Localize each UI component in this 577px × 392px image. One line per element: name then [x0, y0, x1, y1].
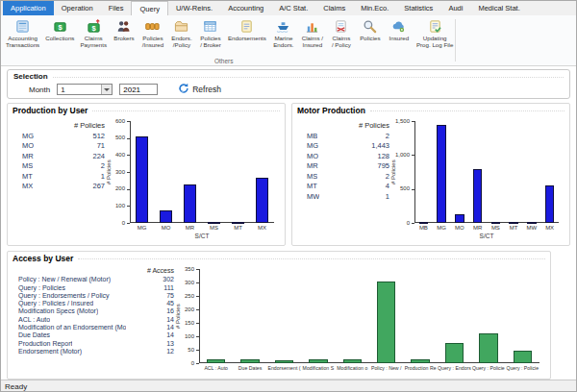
ribbon-item-label: Claims / Policy	[332, 35, 351, 49]
bar	[208, 222, 220, 224]
tab-medical-stat[interactable]: Medical Stat.	[470, 1, 527, 15]
ribbon-item-label: Accounting Transactions	[6, 35, 39, 49]
ribbon-item-marine-endors[interactable]: Marine Endors.	[269, 17, 298, 49]
access-chart: 050100150200250300350ACL : AutoDue Dates…	[174, 263, 545, 376]
ribbon-item-brokers[interactable]: Brokers	[110, 17, 138, 41]
tab-u-w-reins[interactable]: U/W-Reins.	[168, 1, 220, 15]
x-axis-tick-label: MG	[433, 225, 451, 231]
production-chart: 0100200300400500600MGMOMRMSMTMXS/CT# Pol…	[105, 115, 280, 242]
x-axis-tick-label: MS	[487, 225, 505, 231]
status-text: Ready	[5, 382, 27, 391]
ribbon-item-policies-insured[interactable]: Policies /Insured	[138, 17, 167, 49]
ribbon-item-collections[interactable]: $Collections	[42, 17, 77, 41]
x-axis-title: S/CT	[130, 233, 274, 239]
table-row: MB2	[307, 132, 389, 142]
log-file-icon	[428, 18, 442, 35]
claims-doc-icon	[334, 18, 348, 35]
tab-accounting[interactable]: Accounting	[220, 1, 271, 15]
table-row: Production Report13	[18, 340, 174, 348]
ribbon-item-updating-prog-log-file[interactable]: Updating Prog. Log File	[414, 17, 457, 49]
status-bar: Ready	[1, 380, 576, 392]
tab-statistics[interactable]: Statistics	[396, 1, 440, 15]
tab-operation[interactable]: Operation	[54, 1, 101, 15]
bar	[514, 351, 532, 363]
table-header-row: # Access	[18, 267, 174, 275]
table-row: MW1	[307, 192, 389, 203]
ribbon-item-label: Endors. /Policy	[171, 35, 191, 49]
motor-panel-title: Motor Production	[297, 106, 365, 115]
x-axis-tick-label: MS	[202, 225, 226, 231]
x-axis-tick-label: Query : Policie	[471, 365, 505, 371]
ribbon-item-policies[interactable]: Policies	[356, 17, 385, 41]
bar	[309, 359, 327, 363]
ribbon-item-label: Collections	[45, 35, 74, 41]
x-axis-tick-label: MT	[505, 225, 523, 231]
tab-application[interactable]: Application	[3, 1, 54, 15]
ribbon-item-claims-insured[interactable]: Claims / Insured	[298, 17, 327, 49]
table-row: MX267	[22, 182, 105, 192]
ribbon-item-policies-broker[interactable]: Policies / Broker	[196, 17, 225, 49]
table-row: MO71	[22, 141, 105, 152]
tab-files[interactable]: Files	[101, 1, 132, 15]
ribbon-separator	[455, 19, 456, 61]
cloud-gear-icon	[391, 18, 406, 35]
chevron-down-icon[interactable]	[101, 85, 112, 94]
ribbon-item-accounting-transactions[interactable]: Accounting Transactions	[3, 17, 42, 49]
table-row: MT1	[22, 172, 105, 183]
ribbon-item-endors-policy[interactable]: Endors. /Policy	[167, 17, 196, 49]
table-row: MO128	[307, 152, 389, 162]
x-axis-tick-label: Endorsement (	[267, 365, 301, 371]
x-axis-tick-label: Due Dates	[233, 365, 266, 371]
tab-audi[interactable]: Audi	[440, 1, 470, 15]
people-icon	[116, 18, 131, 35]
x-axis-tick-label: MO	[154, 225, 178, 231]
ribbon-item-claims-payments[interactable]: $Claims Payments	[77, 17, 110, 49]
production-by-user-panel: Production by User # PoliciesMG512MO71MR…	[7, 103, 286, 246]
motor-chart: 05001,0001,500MBMGMOMRMSMTMWMXS/CT# Poli…	[389, 115, 564, 242]
month-dropdown[interactable]: 1	[57, 84, 113, 95]
x-axis-tick-label: MT	[226, 225, 250, 231]
tab-query[interactable]: Query	[131, 1, 167, 15]
x-axis-tick-label: Production Re	[403, 365, 437, 371]
ribbon-item-claims-policy[interactable]: Claims / Policy	[327, 17, 356, 49]
bar	[377, 282, 395, 363]
motor-production-panel: Motor Production # PoliciesMB2MG1,443MO1…	[291, 103, 570, 246]
money-icon: $	[53, 18, 67, 35]
access-table: # AccessPolicy : New / Renewal (Motor)30…	[13, 263, 174, 376]
table-row: MG1,443	[307, 141, 389, 152]
tab-min-eco[interactable]: Min.Eco.	[353, 1, 396, 15]
table-row: MG512	[22, 132, 105, 142]
bar	[184, 184, 196, 223]
x-axis-tick-label: MO	[451, 225, 469, 231]
ribbon-toolbar: Accounting Transactions$Collections$Clai…	[1, 15, 576, 66]
x-axis-tick-label: Modification o	[336, 365, 369, 371]
table-row: MT4	[307, 182, 389, 192]
x-axis-tick-label: Query : Policie	[506, 365, 539, 371]
motor-table: # PoliciesMB2MG1,443MO128MR795MS2MT4MW1	[297, 115, 389, 242]
bar	[275, 360, 293, 363]
bar	[136, 136, 148, 223]
year-input[interactable]	[119, 84, 158, 95]
bar	[437, 125, 445, 223]
access-panel-title: Access by User	[13, 254, 73, 263]
bar	[411, 359, 429, 363]
ribbon-item-label: Endorsements	[228, 35, 266, 41]
tab-a-c-stat[interactable]: A/C Stat.	[271, 1, 315, 15]
ribbon-item-endorsements[interactable]: Endorsements	[225, 17, 269, 41]
folder-icon	[174, 18, 188, 35]
bar	[256, 178, 268, 223]
bar	[445, 343, 464, 363]
ribbon-item-label: Marine Endors.	[273, 35, 293, 49]
x-axis-tick-label: MG	[130, 225, 154, 231]
bar	[240, 359, 259, 363]
production-panel-title: Production by User	[13, 106, 88, 115]
x-axis-tick-label: Query : Endors	[438, 365, 471, 371]
bar	[207, 359, 225, 363]
x-axis-tick-label: MB	[414, 225, 433, 231]
tab-claims[interactable]: Claims	[315, 1, 353, 15]
table-row: Query : Policies / Insured45	[18, 300, 174, 307]
y-axis-title: # Policies	[175, 269, 181, 363]
cards-icon	[145, 18, 160, 35]
ribbon-item-insured[interactable]: Insured	[385, 17, 414, 41]
refresh-button[interactable]: Refresh	[178, 83, 221, 96]
